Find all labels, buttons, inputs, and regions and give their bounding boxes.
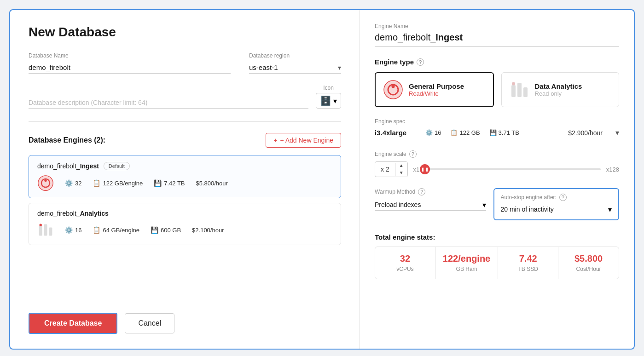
storage-detail-icon: 💾 <box>489 129 497 136</box>
scale-min-label: x1 <box>413 166 420 173</box>
footer: Create Database Cancel <box>29 304 341 334</box>
stat-val-cost: $5.800 <box>566 253 611 264</box>
left-panel: New Database Database Name Database regi… <box>10 10 360 349</box>
engine-type-da-card[interactable]: Data Analytics Read only <box>501 72 620 107</box>
plus-icon: + <box>273 137 277 144</box>
scale-arrows: ▲ ▼ <box>395 162 407 177</box>
engine-vcpu-1: ⚙️ 16 <box>65 226 81 234</box>
engine-name-section: Engine Name demo_firebolt_Ingest <box>375 23 619 47</box>
warmup-help-icon[interactable]: ? <box>418 188 425 195</box>
auto-stop-help-icon[interactable]: ? <box>559 194 567 201</box>
total-stats-section: Total engine stats: 32 vCPUs 122/engine … <box>375 233 619 279</box>
warmup-label: Warmup Method ? <box>375 188 486 195</box>
scale-controls: x 2 ▲ ▼ x1 ❚❚ x128 <box>375 161 619 177</box>
auto-stop-select[interactable]: 20 min of inactivity 30 min of inactivit… <box>501 204 609 215</box>
scale-thumb[interactable]: ❚❚ <box>420 164 430 174</box>
db-name-group: Database Name <box>29 52 231 74</box>
storage-icon-1: 💾 <box>151 226 158 234</box>
create-database-button[interactable]: Create Database <box>29 313 117 334</box>
stat-unit-ram: GB Ram <box>443 266 490 272</box>
engine-scale-help-icon[interactable]: ? <box>409 150 417 158</box>
db-region-group: Database region us-east-1 us-west-2 eu-c… <box>249 52 341 74</box>
engine-card-header-0: demo_firebolt_Ingest Default <box>37 162 332 170</box>
scale-track <box>425 168 600 170</box>
engine-spec-label: Engine spec <box>375 118 619 125</box>
engine-card-0[interactable]: demo_firebolt_Ingest Default ⚙️ 32 📋 <box>29 155 341 198</box>
scale-down-button[interactable]: ▼ <box>395 169 407 177</box>
stat-cell-vcpu: 32 vCPUs <box>375 247 435 279</box>
svg-point-6 <box>40 224 42 226</box>
db-region-label: Database region <box>249 52 341 59</box>
auto-stop-select-wrapper: 20 min of inactivity 30 min of inactivit… <box>501 204 612 215</box>
engine-type-title: Engine type ? <box>375 58 619 66</box>
auto-stop-group: Auto-stop engine after: ? 20 min of inac… <box>493 188 620 220</box>
da-icon <box>509 80 529 100</box>
engine-badge-0: Default <box>104 162 130 170</box>
spec-chevron-icon: ▾ <box>615 128 619 137</box>
description-input-wrapper <box>29 97 308 109</box>
engine-gp-icon-0 <box>37 175 54 191</box>
divider <box>29 121 341 122</box>
engine-card-1[interactable]: demo_firebolt_Analytics ⚙️ 16 📋 <box>29 203 341 245</box>
stat-val-ssd: 7.42 <box>505 253 551 264</box>
svg-rect-10 <box>511 85 516 97</box>
stat-unit-vcpu: vCPUs <box>383 266 428 272</box>
warmup-select-wrapper: Preload indexes Preload all data No warm… <box>375 199 486 211</box>
engine-stats-1: ⚙️ 16 📋 64 GB/engine 💾 600 GB $2.100/hou… <box>37 222 332 238</box>
spec-cpu: ⚙️ 16 <box>425 129 441 136</box>
db-region-select[interactable]: us-east-1 us-west-2 eu-central-1 <box>249 62 338 73</box>
db-name-label: Database Name <box>29 52 231 59</box>
scale-max-label: x128 <box>606 166 619 173</box>
region-chevron-icon: ▾ <box>338 64 341 71</box>
engine-storage-1: 💾 600 GB <box>151 226 181 234</box>
stats-section-title: Total engine stats: <box>375 233 619 241</box>
spec-name: i3.4xlarge <box>375 129 416 137</box>
engine-cost-0: $5.800/hour <box>196 180 228 187</box>
svg-rect-5 <box>49 228 52 236</box>
engine-cost-1: $2.100/hour <box>192 227 224 234</box>
description-input[interactable] <box>29 97 308 109</box>
gp-icon <box>383 80 403 100</box>
engine-name-display: demo_firebolt_Ingest <box>375 32 619 47</box>
cancel-button[interactable]: Cancel <box>125 313 174 333</box>
stat-val-vcpu: 32 <box>383 253 428 264</box>
spec-price: $2.900/hour <box>568 129 603 137</box>
stat-cell-ram: 122/engine GB Ram <box>435 247 498 279</box>
engine-card-header-1: demo_firebolt_Analytics <box>37 210 332 217</box>
icon-section: Icon 🗄️ ▾ <box>316 85 341 109</box>
engine-type-gp-card[interactable]: General Purpose Read/Write <box>375 72 494 107</box>
db-name-input[interactable] <box>29 62 231 74</box>
ram-icon-1: 📋 <box>93 226 100 234</box>
cpu-icon-1: ⚙️ <box>65 226 73 234</box>
svg-rect-12 <box>523 87 528 97</box>
icon-picker-chevron: ▾ <box>333 97 337 105</box>
stat-val-ram: 122/engine <box>443 253 490 264</box>
description-row: Icon 🗄️ ▾ <box>29 85 341 109</box>
engine-ram-0: 📋 122 GB/engine <box>93 179 143 187</box>
auto-stop-label: Auto-stop engine after: ? <box>501 194 612 201</box>
stats-grid: 32 vCPUs 122/engine GB Ram 7.42 TB SSD $… <box>375 247 619 279</box>
warmup-select[interactable]: Preload indexes Preload all data No warm… <box>375 199 482 210</box>
storage-icon-0: 💾 <box>154 179 162 187</box>
icon-label: Icon <box>323 85 334 91</box>
icon-picker[interactable]: 🗄️ ▾ <box>316 93 341 109</box>
svg-point-7 <box>384 80 402 99</box>
warmup-chevron-icon: ▾ <box>482 201 486 209</box>
engine-name-0: demo_firebolt_Ingest <box>37 162 99 170</box>
icon-emoji: 🗄️ <box>320 95 331 106</box>
da-name: Data Analytics <box>535 82 582 90</box>
gp-name: General Purpose <box>409 82 464 90</box>
add-engine-button[interactable]: + + Add New Engine <box>266 133 341 148</box>
engine-type-options: General Purpose Read/Write <box>375 72 619 107</box>
scale-up-button[interactable]: ▲ <box>395 162 407 169</box>
engine-spec-selector[interactable]: i3.4xlarge ⚙️ 16 📋 122 GB 💾 3.71 TB $2.9… <box>375 128 619 141</box>
engine-scale-section: Engine scale ? x 2 ▲ ▼ x1 ❚❚ <box>375 150 619 177</box>
scale-slider[interactable]: ❚❚ <box>425 162 600 176</box>
svg-rect-11 <box>517 83 522 97</box>
engine-analytics-icon-1 <box>37 222 54 238</box>
engine-type-help-icon[interactable]: ? <box>417 58 424 66</box>
gp-sub: Read/Write <box>409 90 464 97</box>
engine-ram-1: 📋 64 GB/engine <box>93 226 139 234</box>
engine-storage-0: 💾 7.42 TB <box>154 179 185 187</box>
engine-type-section: Engine type ? General Purpose Re <box>375 58 619 107</box>
